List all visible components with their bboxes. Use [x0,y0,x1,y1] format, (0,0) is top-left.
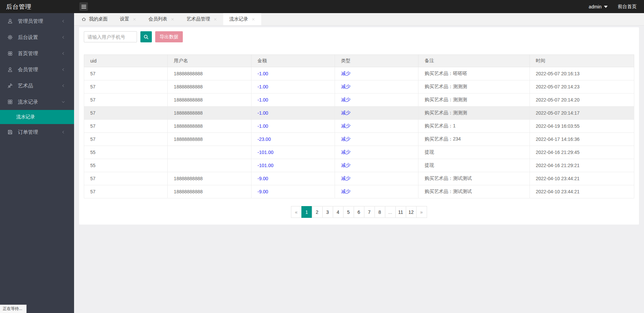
close-icon[interactable] [213,17,217,21]
type-link[interactable]: 减少 [341,189,350,194]
page-button-4[interactable]: 4 [333,206,343,218]
cell-remark: 购买艺术品：测测测 [418,93,530,107]
chevron-left-icon [61,130,65,134]
home-icon [81,17,86,22]
close-icon[interactable] [133,17,136,21]
table-row: 5718888888888-1.00减少购买艺术品：测测测2022-05-07 … [84,107,634,120]
type-link[interactable]: 减少 [341,97,350,102]
amount-link[interactable]: -1.00 [258,123,268,129]
sidebar-item-7[interactable]: 订单管理 [0,124,74,140]
tab-3[interactable]: 会员列表 [142,13,180,25]
column-header: 类型 [335,55,418,67]
type-link[interactable]: 减少 [341,84,350,89]
cell-uid: 55 [84,159,168,172]
page-button-8[interactable]: 8 [374,206,385,218]
cell-amount: -9.00 [251,185,335,198]
tab-2[interactable]: 设置 [114,13,142,25]
amount-link[interactable]: -101.00 [258,150,273,155]
amount-link[interactable]: -9.00 [258,189,268,194]
cell-username: 18888888888 [168,80,251,93]
type-link[interactable]: 减少 [341,136,350,142]
tab-label: 设置 [120,16,129,22]
amount-link[interactable]: -23.00 [258,136,271,142]
table-row: 5718888888888-23.00减少购买艺术品：2342022-04-17… [84,133,634,146]
cell-remark: 购买艺术品：测试测试 [418,172,530,185]
hamburger-button[interactable] [79,2,88,11]
cell-username: 18888888888 [168,107,251,120]
sidebar: 管理员管理后台设置首页管理会员管理艺术品流水记录流水记录订单管理 [0,13,74,313]
search-button[interactable] [140,31,152,42]
sidebar-item-3[interactable]: 首页管理 [0,45,74,62]
type-link[interactable]: 减少 [341,123,350,128]
type-link[interactable]: 减少 [341,71,350,76]
cell-type: 减少 [335,80,418,93]
cell-time: 2022-04-16 21:29:21 [530,159,634,172]
sidebar-item-4[interactable]: 会员管理 [0,62,74,78]
cell-amount: -1.00 [251,80,335,93]
pin-icon [7,83,13,89]
page-button-6[interactable]: 6 [353,206,364,218]
type-link[interactable]: 减少 [341,175,350,181]
page-button-7[interactable]: 7 [364,206,375,218]
export-data-button[interactable]: 导出数据 [155,31,183,42]
hamburger-icon [81,5,86,9]
sidebar-item-label: 首页管理 [18,50,38,57]
tab-1[interactable]: 我的桌面 [75,13,114,25]
cell-time: 2022-05-07 20:14:17 [530,107,634,120]
sidebar-item-6[interactable]: 流水记录 [0,94,74,110]
type-link[interactable]: 减少 [341,162,350,168]
tab-4[interactable]: 艺术品管理 [180,13,223,25]
amount-link[interactable]: -1.00 [258,97,268,103]
sidebar-item-5[interactable]: 艺术品 [0,78,74,94]
tab-5[interactable]: 流水记录 [223,13,261,25]
status-bar: 正在等待... [0,305,27,313]
user-menu[interactable]: admin [589,4,608,9]
page-button-3[interactable]: 3 [322,206,333,218]
sidebar-item-1[interactable]: 管理员管理 [0,13,74,29]
chevron-left-icon [61,35,65,39]
username: admin [589,4,602,9]
page-button-11[interactable]: 11 [395,206,406,218]
amount-link[interactable]: -9.00 [258,176,268,181]
search-input[interactable] [84,31,137,42]
page-button-2[interactable]: 2 [312,206,323,218]
sidebar-subitem-流水记录[interactable]: 流水记录 [0,110,74,124]
caret-down-icon [604,5,608,8]
sidebar-item-2[interactable]: 后台设置 [0,29,74,45]
column-header: 备注 [418,55,530,67]
type-link[interactable]: 减少 [341,110,350,115]
table-row: 5718888888888-9.00减少购买艺术品：测试测试2022-04-10… [84,185,634,198]
table-row: 55-101.00减少提现2022-04-16 21:29:21 [84,159,634,172]
cell-amount: -1.00 [251,93,335,107]
cell-time: 2022-04-10 23:44:21 [530,172,634,185]
page-button-1[interactable]: 1 [301,206,312,218]
cell-type: 减少 [335,67,418,80]
page-next-button[interactable]: » [416,206,427,218]
close-icon[interactable] [251,17,255,21]
frontend-home-link[interactable]: 前台首页 [618,4,637,10]
page-button-12[interactable]: 12 [406,206,416,218]
amount-link[interactable]: -1.00 [258,71,268,76]
content-area: 导出数据 uid用户名金额类型备注时间5718888888888-1.00减少购… [74,26,644,313]
tab-strip: 我的桌面设置会员列表艺术品管理流水记录 [74,13,644,26]
cell-type: 减少 [335,133,418,146]
page-prev-button[interactable]: « [291,206,302,218]
amount-link[interactable]: -1.00 [258,84,268,89]
cell-time: 2022-05-07 20:16:13 [530,67,634,80]
cell-username: 18888888888 [168,120,251,133]
amount-link[interactable]: -101.00 [258,163,273,168]
topbar: 后台管理 admin 前台首页 [0,0,644,13]
pagination: «12345678...1112» [291,206,427,218]
close-icon[interactable] [171,17,174,21]
type-link[interactable]: 减少 [341,149,350,155]
sidebar-item-label: 订单管理 [18,129,38,135]
amount-link[interactable]: -1.00 [258,110,268,116]
page-button-5[interactable]: 5 [343,206,354,218]
cell-amount: -101.00 [251,159,335,172]
cell-username: 18888888888 [168,93,251,107]
cell-amount: -1.00 [251,107,335,120]
clover-icon [7,50,13,56]
cell-type: 减少 [335,146,418,159]
cell-remark: 购买艺术品：测测测 [418,107,530,120]
sidebar-item-label: 后台设置 [18,34,38,41]
